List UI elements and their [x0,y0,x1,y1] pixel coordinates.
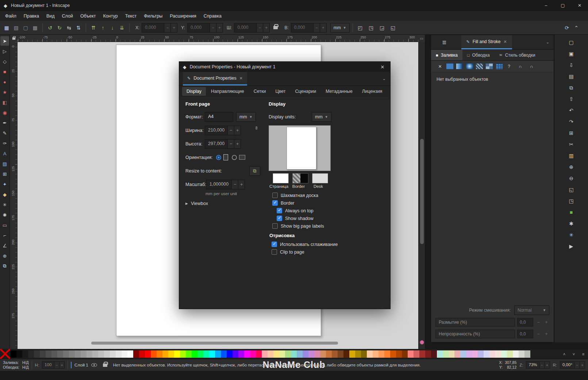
tab-stroke-style[interactable]: ≍ Стиль обводки [495,50,540,60]
current-layer-label[interactable]: Слой 1 [74,363,88,367]
menu-item-8[interactable]: Расширения [166,12,200,20]
export-icon[interactable]: ⇧ [566,94,576,104]
zoom-in-icon[interactable]: ⊕ [566,162,576,172]
color-management-icon[interactable] [420,340,424,345]
tab-fill[interactable]: ■ Заливка [431,50,462,60]
node-tool[interactable]: ▷ [0,46,9,56]
color-swatch-14[interactable] [92,350,98,358]
color-swatch-27[interactable] [168,350,174,358]
menu-item-6[interactable]: Текст [122,12,140,20]
color-swatch-80[interactable] [478,350,484,358]
rotate-cw-icon[interactable]: ↻ [55,23,64,33]
color-swatch-5[interactable] [40,350,46,358]
selector-tool[interactable]: ➤ [0,36,9,46]
color-swatch-48[interactable] [291,350,297,358]
orientation-landscape-radio[interactable] [232,155,237,160]
category-tab-1[interactable]: Направляющие [207,87,249,96]
height-minus-button[interactable]: − [228,139,234,149]
zoom-out-icon[interactable]: ⊖ [566,174,576,183]
x-field[interactable]: 0,000 − + [142,23,177,33]
collapse-toolbar-icon[interactable]: ⌃ [572,23,581,33]
chevron-down-icon[interactable]: ⌄ [546,40,549,45]
scale-plus-button[interactable]: + [238,180,245,189]
no-color-swatch[interactable] [0,349,11,359]
gradient-tool[interactable]: ▨ [0,159,9,168]
scale-value[interactable]: 1,000000 [206,180,232,189]
category-tab-5[interactable]: Метаданные [321,87,357,96]
color-swatch-60[interactable] [361,350,367,358]
color-swatch-77[interactable] [460,350,466,358]
color-swatch-57[interactable] [343,350,349,358]
color-swatch-74[interactable] [443,350,449,358]
color-swatch-68[interactable] [408,350,414,358]
layer-lock-icon[interactable] [103,364,107,367]
snap-icon[interactable]: ✳ [566,230,576,240]
dialog-close-button[interactable]: ✕ [378,64,387,70]
page-width-field[interactable]: 210,000 − + [205,126,241,135]
color-swatch-0[interactable] [11,350,16,358]
color-swatch-35[interactable] [215,350,221,358]
color-swatch-11[interactable] [75,350,81,358]
color-swatch-69[interactable] [414,350,419,358]
color-swatch-78[interactable] [466,350,472,358]
vertical-scrollbar-thumb[interactable] [420,139,424,244]
width-plus-button[interactable]: + [263,23,270,33]
color-swatch-7[interactable] [51,350,57,358]
blur-plus-button[interactable]: + [543,318,549,327]
link-dimensions-icon[interactable]: ∞ [254,126,260,130]
color-swatch-53[interactable] [320,350,326,358]
mesh-gradient-icon[interactable] [495,63,503,69]
color-swatch-66[interactable] [396,350,402,358]
expand-icon[interactable]: ▶ [566,242,576,251]
opacity-plus-button[interactable]: + [59,361,65,369]
paste-icon[interactable]: ▥ [566,151,576,160]
width-value[interactable]: 0,000 [234,23,257,33]
checkbox-show-shadow[interactable]: Show shadow [277,214,389,222]
category-tab-0[interactable]: Display [182,87,206,96]
vertical-scrollbar[interactable] [418,42,425,349]
blur-slider[interactable]: Размытие (%) [435,318,515,327]
color-swatch-84[interactable] [501,350,507,358]
color-swatch-81[interactable] [484,350,489,358]
color-swatch-17[interactable] [110,350,116,358]
color-swatch-83[interactable] [495,350,501,358]
color-swatch-38[interactable] [232,350,238,358]
category-tab-6[interactable]: Лицензия [358,87,387,96]
blur-value[interactable]: 0,0 [517,318,533,327]
chevron-down-icon[interactable]: ⌄ [383,76,386,81]
zoom-value[interactable]: 73% [526,361,539,369]
menu-item-3[interactable]: Слой [58,12,77,20]
color-swatch-44[interactable] [268,350,273,358]
objects-icon[interactable]: ■ [566,208,576,217]
color-swatch-51[interactable] [308,350,314,358]
color-swatch-85[interactable] [507,350,513,358]
width-plus-button[interactable]: + [234,126,241,135]
palette-menu-button[interactable]: ≡ [579,349,588,359]
color-swatch-8[interactable] [57,350,63,358]
menu-item-1[interactable]: Правка [20,12,43,20]
spiral-tool[interactable]: ◉ [0,108,9,117]
document-new-icon[interactable]: ▢ [566,38,576,47]
color-swatch-65[interactable] [390,350,396,358]
opacity-indicator-field[interactable]: 100 − + [42,361,65,369]
selection-touch-icon[interactable]: ▩ [31,23,39,33]
menu-item-4[interactable]: Объект [77,12,100,20]
blend-mode-dropdown[interactable]: Normal ▼ [514,305,549,315]
height-plus-button[interactable]: + [234,139,241,149]
color-swatch-70[interactable] [419,350,425,358]
fill-rule-nonzero-icon[interactable]: ∩ [528,63,535,69]
undo-icon[interactable]: ↶ [566,106,576,115]
format-units-dropdown[interactable]: mm ▼ [236,112,256,122]
opacity-indicator-value[interactable]: 100 [42,361,54,369]
height-minus-button[interactable]: − [314,23,320,33]
zoom-plus-button[interactable]: + [545,361,550,369]
color-swatch-10[interactable] [69,350,75,358]
color-swatch-67[interactable] [402,350,408,358]
y-plus-button[interactable]: + [216,23,223,33]
color-swatch-30[interactable] [186,350,192,358]
maximize-button[interactable]: ▢ [554,0,571,11]
pen-tool[interactable]: ✒ [0,118,9,128]
flat-color-icon[interactable] [446,63,454,69]
resize-to-content-button[interactable]: ⧉ [249,166,260,176]
no-paint-icon[interactable]: ✕ [436,63,444,69]
